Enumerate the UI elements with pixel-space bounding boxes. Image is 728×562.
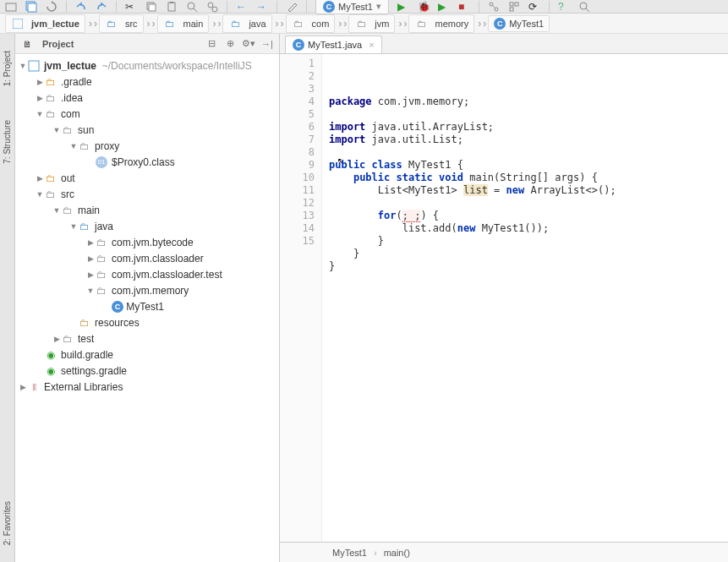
tree-label: .gradle <box>61 76 92 88</box>
run-config-selector[interactable]: C MyTest1 ▾ <box>315 0 389 14</box>
tree-pkg-bytecode[interactable]: ▶🗀com.jvm.bytecode <box>15 234 279 250</box>
save-all-icon[interactable] <box>25 1 37 13</box>
tab-label: MyTest1.java <box>308 40 362 50</box>
package-icon: 🗀 <box>95 284 108 297</box>
arrow-icon: ▶ <box>52 335 61 343</box>
separator <box>276 1 277 13</box>
tree-test-dir[interactable]: ▶🗀test <box>15 330 279 346</box>
tree-proxy-dir[interactable]: ▼🗀proxy <box>15 138 279 154</box>
crumb-main[interactable]: 🗀main <box>157 14 210 33</box>
coverage-icon[interactable]: ▶ <box>438 1 450 13</box>
tree-src-dir[interactable]: ▼🗀src <box>15 186 279 202</box>
svg-point-11 <box>212 7 217 12</box>
svg-line-14 <box>492 5 495 8</box>
folder-icon: 🗀 <box>61 123 74 137</box>
run-icon[interactable]: ▶ <box>397 1 409 13</box>
main-toolbar: ✂ ← → C MyTest1 ▾ ▶ 🐞 ▶ ■ ⟳ ? <box>0 0 728 14</box>
tree-pkg-memory[interactable]: ▼🗀com.jvm.memory <box>15 282 279 298</box>
project-tree[interactable]: ▼jvm_lectue ~/Documents/workspace/Intell… <box>15 54 279 562</box>
folder-icon: 🗀 <box>44 91 57 105</box>
vcs-icon[interactable] <box>488 1 500 13</box>
search-everywhere-icon[interactable] <box>578 1 590 13</box>
forward-icon[interactable]: → <box>256 1 268 13</box>
sync-icon[interactable]: ⟳ <box>528 1 540 13</box>
collapse-all-icon[interactable]: ⊟ <box>205 37 218 51</box>
crumb-class[interactable]: CMyTest1 <box>488 15 550 32</box>
debug-icon[interactable]: 🐞 <box>418 1 430 13</box>
folder-icon: 🗀 <box>44 75 57 89</box>
context-class[interactable]: MyTest1 <box>332 548 367 558</box>
crumb-src[interactable]: 🗀src <box>99 14 144 33</box>
stop-icon[interactable]: ■ <box>458 1 470 13</box>
editor-area: C MyTest1.java × 123456▶7▶89101112131415… <box>280 34 728 562</box>
tool-structure-tab[interactable]: 7: Structure <box>3 120 12 164</box>
tree-external-libs[interactable]: ▶⫴External Libraries <box>15 379 279 395</box>
left-tool-stripe: 1: Project 7: Structure 2: Favorites <box>0 34 15 562</box>
tree-java-dir[interactable]: ▼🗀java <box>15 218 279 234</box>
svg-rect-16 <box>515 3 518 6</box>
find-icon[interactable] <box>186 1 198 13</box>
angle-icon: › <box>145 18 156 30</box>
build-icon[interactable] <box>286 1 298 13</box>
code-content[interactable]: ↖ package com.jvm.memory; import java.ut… <box>322 54 728 542</box>
crumb-label: java <box>249 19 265 29</box>
svg-point-18 <box>580 3 587 9</box>
tool-project-tab[interactable]: 1: Project <box>3 51 12 86</box>
package-icon: 🗀 <box>95 236 108 249</box>
replace-icon[interactable] <box>206 1 218 13</box>
crumb-java[interactable]: 🗀java <box>222 14 271 33</box>
open-icon[interactable] <box>5 1 17 13</box>
crumb-memory[interactable]: 🗀memory <box>408 14 474 33</box>
tab-mytest1[interactable]: C MyTest1.java × <box>285 35 382 53</box>
tree-proxy-class[interactable]: 01$Proxy0.class <box>15 154 279 170</box>
line-gutter: 123456▶7▶89101112131415 <box>280 54 322 542</box>
project-structure-icon[interactable] <box>508 1 520 13</box>
tree-pkg-classloader[interactable]: ▶🗀com.jvm.classloader <box>15 250 279 266</box>
tree-label: java <box>95 221 113 232</box>
crumb-com[interactable]: 🗀com <box>286 14 336 33</box>
crumb-jvm[interactable]: 🗀jvm <box>348 14 395 33</box>
tree-idea-dir[interactable]: ▶🗀.idea <box>15 90 279 106</box>
refresh-icon[interactable] <box>46 1 57 13</box>
back-icon[interactable]: ← <box>236 1 248 13</box>
tree-com-dir[interactable]: ▼🗀com <box>15 106 279 122</box>
tree-settings-gradle[interactable]: ◉settings.gradle <box>15 363 279 379</box>
redo-icon[interactable] <box>96 1 107 13</box>
tree-resources-dir[interactable]: 🗀resources <box>15 314 279 330</box>
close-icon[interactable]: × <box>369 40 374 50</box>
code-editor[interactable]: 123456▶7▶89101112131415 ↖ package com.jv… <box>280 54 728 542</box>
folder-icon: 🗀 <box>78 139 91 153</box>
package-icon: 🗀 <box>95 268 108 281</box>
help-icon[interactable]: ? <box>558 1 570 13</box>
svg-point-10 <box>208 3 213 8</box>
cut-icon[interactable]: ✂ <box>125 1 137 13</box>
tree-gradle-dir[interactable]: ▶🗀.gradle <box>15 74 279 90</box>
tree-build-gradle[interactable]: ◉build.gradle <box>15 346 279 363</box>
locate-icon[interactable]: ⊕ <box>223 37 237 51</box>
hide-icon[interactable]: →| <box>260 37 274 51</box>
tree-label: main <box>78 205 100 216</box>
tool-favorites-tab[interactable]: 2: Favorites <box>3 501 12 545</box>
tree-root[interactable]: ▼jvm_lectue ~/Documents/workspace/Intell… <box>15 57 279 74</box>
resources-icon: 🗀 <box>78 316 91 330</box>
arrow-icon: ▼ <box>86 286 95 295</box>
arrow-icon: ▶ <box>36 174 44 183</box>
arrow-icon: ▼ <box>69 142 78 150</box>
paste-icon[interactable] <box>166 1 178 13</box>
tree-sun-dir[interactable]: ▼🗀sun <box>15 122 279 138</box>
tree-out-dir[interactable]: ▶🗀out <box>15 170 279 186</box>
tree-pkg-classloader-test[interactable]: ▶🗀com.jvm.classloader.test <box>15 266 279 282</box>
undo-icon[interactable] <box>75 1 87 13</box>
tree-label: build.gradle <box>61 349 113 361</box>
settings-icon[interactable]: ⚙▾ <box>242 37 255 51</box>
angle-icon: › <box>476 18 486 30</box>
arrow-icon: ▶ <box>36 94 44 102</box>
crumb-module[interactable]: jvm_lectue <box>5 14 85 33</box>
svg-line-19 <box>586 8 589 12</box>
copy-icon[interactable] <box>145 1 157 13</box>
tree-main-dir[interactable]: ▼🗀main <box>15 202 279 218</box>
tree-mytest1-class[interactable]: C MyTest1 <box>15 298 279 314</box>
class-icon: C <box>293 39 304 51</box>
context-method[interactable]: main() <box>384 548 410 558</box>
tree-label: MyTest1 <box>126 301 164 313</box>
